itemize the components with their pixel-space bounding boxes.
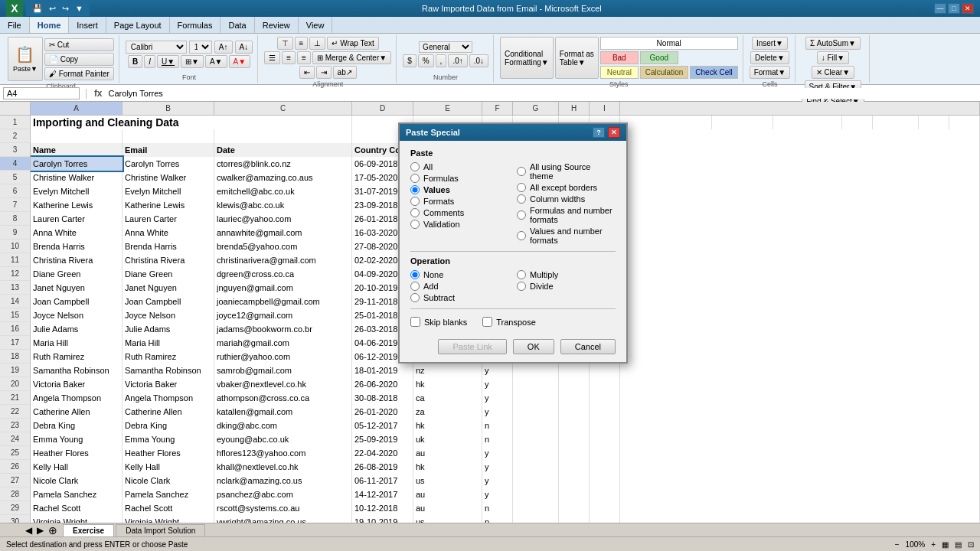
cell[interactable]: Catherine Allen — [122, 405, 214, 419]
cell[interactable]: au — [413, 446, 482, 460]
cell[interactable] — [559, 391, 590, 405]
cell[interactable]: Samantha Robinson — [122, 364, 214, 377]
cell[interactable]: y — [482, 487, 513, 501]
cell[interactable]: Maria Hill — [31, 336, 122, 350]
underline-button[interactable]: U▼ — [157, 55, 179, 68]
paste-formulas-num-option[interactable]: Formulas and number formats — [517, 206, 616, 224]
cell[interactable] — [590, 405, 620, 419]
paste-values-radio[interactable] — [410, 185, 420, 194]
autosum-button[interactable]: Σ AutoSum▼ — [805, 37, 861, 50]
cell[interactable] — [513, 501, 559, 515]
cell[interactable]: 05-12-2017 — [352, 419, 413, 432]
cell[interactable]: Victoria Baker — [31, 377, 122, 391]
cell[interactable]: Christine Walker — [31, 171, 122, 184]
cell[interactable] — [559, 460, 590, 474]
cell[interactable] — [513, 377, 559, 391]
transpose-checkbox[interactable] — [482, 317, 492, 327]
align-left-button[interactable]: ☰ — [264, 51, 280, 64]
cell[interactable]: Katherine Lewis — [122, 198, 214, 212]
cell[interactable]: klewis@abc.co.uk — [214, 198, 352, 212]
cell[interactable]: 22-04-2020 — [352, 446, 413, 460]
cell[interactable]: uk — [413, 432, 482, 446]
clear-button[interactable]: ✕ Clear▼ — [812, 66, 855, 79]
cell[interactable]: Date — [214, 143, 352, 157]
cell[interactable]: 26-01-2020 — [352, 405, 413, 419]
cell[interactable]: annawhite@gmail.com — [214, 226, 352, 240]
tab-view[interactable]: View — [299, 17, 333, 33]
cell[interactable]: y — [482, 391, 513, 405]
cell[interactable]: 14-12-2017 — [352, 487, 413, 501]
redo-button[interactable]: ↪ — [60, 3, 70, 15]
decrease-decimal-button[interactable]: .0↓ — [469, 54, 488, 67]
op-add-option[interactable]: Add — [410, 282, 509, 291]
ok-button[interactable]: OK — [513, 339, 554, 354]
formula-input[interactable] — [106, 88, 977, 99]
orientation-button[interactable]: ab↗ — [333, 66, 357, 79]
cell[interactable] — [590, 364, 620, 377]
save-button[interactable]: 💾 — [31, 3, 44, 15]
cell[interactable]: Ruth Ramirez — [122, 350, 214, 364]
tab-home[interactable]: Home — [30, 17, 70, 33]
cell[interactable]: Diane Green — [122, 267, 214, 281]
cell[interactable]: Julie Adams — [122, 322, 214, 336]
bad-style[interactable]: Bad — [600, 51, 639, 64]
op-multiply-option[interactable]: Multiply — [517, 270, 616, 279]
transpose-option[interactable]: Transpose — [482, 317, 536, 327]
paste-values-num-option[interactable]: Values and number formats — [517, 227, 616, 245]
maximize-button[interactable]: □ — [948, 3, 960, 14]
cell[interactable]: vbaker@nextlevel.co.hk — [214, 377, 352, 391]
name-box[interactable] — [3, 87, 80, 99]
cell[interactable]: Carolyn Torres — [122, 157, 214, 171]
page-break-view-button[interactable]: ⊡ — [968, 540, 974, 549]
cell[interactable]: Emma Young — [122, 432, 214, 446]
font-name-select[interactable]: Calibri — [126, 41, 187, 54]
sheet-tab-exercise[interactable]: Exercise — [63, 524, 114, 536]
qat-dropdown[interactable]: ▼ — [74, 3, 85, 14]
page-layout-view-button[interactable]: ▤ — [955, 540, 962, 549]
cell[interactable] — [590, 515, 620, 523]
paste-values-num-radio[interactable] — [517, 231, 526, 240]
cell[interactable] — [559, 515, 590, 523]
paste-all-radio[interactable] — [410, 162, 420, 171]
copy-button[interactable]: 📄 Copy — [44, 53, 114, 66]
cell[interactable]: khall@nextlevel.co.hk — [214, 460, 352, 474]
cell[interactable]: Victoria Baker — [122, 377, 214, 391]
cell[interactable]: Kelly Hall — [31, 460, 122, 474]
cell[interactable] — [559, 474, 590, 487]
col-header-i[interactable]: I — [590, 102, 620, 115]
paste-all-except-option[interactable]: All except borders — [517, 183, 616, 192]
cell[interactable]: hk — [413, 377, 482, 391]
cell[interactable]: christinarivera@gmail.com — [214, 253, 352, 267]
tab-data[interactable]: Data — [220, 17, 254, 33]
cell[interactable]: Brenda Harris — [31, 240, 122, 253]
cell[interactable]: Name — [31, 143, 122, 157]
zoom-in-button[interactable]: + — [931, 540, 936, 549]
cell[interactable]: us — [413, 474, 482, 487]
cell[interactable]: Lauren Carter — [31, 212, 122, 226]
col-header-e[interactable]: E — [413, 102, 482, 115]
cell[interactable]: 26-08-2019 — [352, 460, 413, 474]
zoom-out-button[interactable]: − — [895, 540, 900, 549]
paste-col-widths-option[interactable]: Column widths — [517, 194, 616, 204]
cell[interactable] — [559, 419, 590, 432]
cut-button[interactable]: ✂ Cut — [44, 38, 114, 51]
cell[interactable]: Virginia Wright — [122, 515, 214, 523]
cell[interactable]: Julie Adams — [31, 322, 122, 336]
cell[interactable]: y — [482, 405, 513, 419]
percent-button[interactable]: % — [418, 54, 434, 67]
cell[interactable] — [513, 432, 559, 446]
font-size-select[interactable]: 11 — [189, 41, 212, 54]
cell[interactable] — [214, 129, 352, 143]
tab-review[interactable]: Review — [255, 17, 299, 33]
col-header-f[interactable]: F — [482, 102, 513, 115]
add-sheet-button[interactable]: ⊕ — [46, 524, 60, 536]
cell[interactable]: Evelyn Mitchell — [31, 184, 122, 198]
sheet-nav-right[interactable]: ▶ — [34, 525, 46, 536]
col-header-h[interactable]: H — [559, 102, 590, 115]
col-header-d[interactable]: D — [352, 102, 413, 115]
increase-font-button[interactable]: A↑ — [214, 41, 233, 54]
cell[interactable] — [590, 391, 620, 405]
op-multiply-radio[interactable] — [517, 270, 526, 279]
neutral-style[interactable]: Neutral — [600, 66, 639, 79]
cell[interactable]: ctorres@blink.co.nz — [214, 157, 352, 171]
